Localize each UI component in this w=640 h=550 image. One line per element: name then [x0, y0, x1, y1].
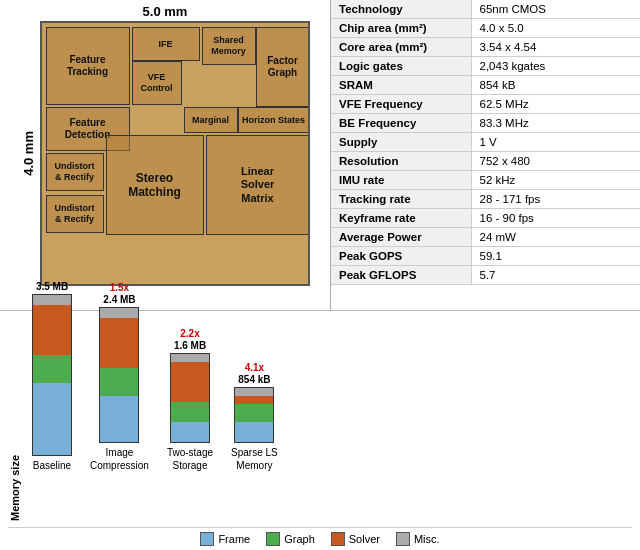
- memory-y-label: Memory size: [8, 317, 22, 521]
- legend-area: FrameGraphSolverMisc.: [8, 527, 632, 546]
- specs-row: Tracking rate28 - 171 fps: [331, 190, 640, 209]
- spec-value: 2,043 kgates: [471, 57, 640, 76]
- legend-color-box: [266, 532, 280, 546]
- spec-label: Core area (mm²): [331, 38, 471, 57]
- bar-segment: [100, 368, 138, 396]
- legend-label: Graph: [284, 533, 315, 545]
- spec-label: Technology: [331, 0, 471, 19]
- specs-table: Technology65nm CMOSChip area (mm²)4.0 x …: [331, 0, 640, 285]
- specs-row: BE Frequency83.3 MHz: [331, 114, 640, 133]
- chip-block-feature-tracking: FeatureTracking: [46, 27, 130, 105]
- bar-group-image-compression: 1.5x2.4 MBImage Compression: [90, 282, 149, 472]
- bar-top-label: 3.5 MB: [36, 281, 68, 292]
- bar-segment: [100, 308, 138, 318]
- chip-block-marginal: Marginal: [184, 107, 238, 133]
- bar-group-baseline: 3.5 MBBaseline: [32, 281, 72, 472]
- specs-row: Core area (mm²)3.54 x 4.54: [331, 38, 640, 57]
- spec-value: 59.1: [471, 247, 640, 266]
- legend-label: Misc.: [414, 533, 440, 545]
- bar-stack: [99, 307, 139, 443]
- bar-top-label: 2.4 MB: [103, 294, 135, 305]
- bar-segment: [33, 355, 71, 383]
- spec-value: 62.5 MHz: [471, 95, 640, 114]
- legend-color-box: [396, 532, 410, 546]
- spec-label: BE Frequency: [331, 114, 471, 133]
- spec-label: Keyframe rate: [331, 209, 471, 228]
- spec-label: IMU rate: [331, 171, 471, 190]
- chip-width-label: 5.0 mm: [143, 4, 188, 19]
- bottom-section: Memory size 3.5 MBBaseline1.5x2.4 MBImag…: [0, 310, 640, 550]
- bar-segment: [33, 295, 71, 305]
- chip-area: 5.0 mm 4.0 mm IFE FeatureTracking VFECon…: [0, 0, 330, 310]
- bar-bottom-label: Sparse LS Memory: [231, 446, 278, 472]
- spec-label: SRAM: [331, 76, 471, 95]
- bar-bottom-label: Image Compression: [90, 446, 149, 472]
- chip-height-label: 4.0 mm: [21, 131, 36, 176]
- chip-diagram: IFE FeatureTracking VFEControl SharedMem…: [40, 21, 310, 286]
- spec-value: 65nm CMOS: [471, 0, 640, 19]
- chip-block-linear-solver: LinearSolverMatrix: [206, 135, 310, 235]
- legend-label: Solver: [349, 533, 380, 545]
- legend-item: Frame: [200, 532, 250, 546]
- specs-row: IMU rate52 kHz: [331, 171, 640, 190]
- chip-wrapper: 4.0 mm IFE FeatureTracking VFEControl Sh…: [21, 21, 310, 286]
- spec-value: 854 kB: [471, 76, 640, 95]
- spec-label: VFE Frequency: [331, 95, 471, 114]
- bar-segment: [100, 396, 138, 442]
- spec-label: Logic gates: [331, 57, 471, 76]
- chip-block-undistort1: Undistort& Rectify: [46, 153, 104, 191]
- bar-stack: [32, 294, 72, 456]
- spec-label: Supply: [331, 133, 471, 152]
- legend-item: Misc.: [396, 532, 440, 546]
- bar-segment: [171, 362, 209, 402]
- legend-item: Graph: [266, 532, 315, 546]
- legend-color-box: [331, 532, 345, 546]
- bar-segment: [171, 402, 209, 422]
- spec-label: Chip area (mm²): [331, 19, 471, 38]
- bar-group-two-stage: 2.2x1.6 MBTwo-stage Storage: [167, 328, 213, 472]
- bar-stack: [234, 387, 274, 443]
- spec-value: 1 V: [471, 133, 640, 152]
- legend-label: Frame: [218, 533, 250, 545]
- bar-segment: [33, 305, 71, 355]
- chip-block-shared-memory: SharedMemory: [202, 27, 256, 65]
- spec-label: Resolution: [331, 152, 471, 171]
- bar-mult-label: 1.5x: [110, 282, 129, 293]
- specs-row: Technology65nm CMOS: [331, 0, 640, 19]
- bar-mult-label: 4.1x: [245, 362, 264, 373]
- spec-value: 752 x 480: [471, 152, 640, 171]
- spec-label: Peak GOPS: [331, 247, 471, 266]
- chip-block-factor-graph: FactorGraph: [256, 27, 310, 107]
- specs-row: VFE Frequency62.5 MHz: [331, 95, 640, 114]
- legend-color-box: [200, 532, 214, 546]
- bar-segment: [171, 422, 209, 442]
- spec-label: Tracking rate: [331, 190, 471, 209]
- spec-value: 28 - 171 fps: [471, 190, 640, 209]
- specs-row: Logic gates2,043 kgates: [331, 57, 640, 76]
- chip-block-ife: IFE: [132, 27, 200, 61]
- spec-label: Average Power: [331, 228, 471, 247]
- bar-stack: [170, 353, 210, 443]
- bar-segment: [100, 318, 138, 368]
- spec-value: 4.0 x 5.0: [471, 19, 640, 38]
- bar-segment: [235, 396, 273, 404]
- bar-segment: [33, 383, 71, 455]
- bar-bottom-label: Two-stage Storage: [167, 446, 213, 472]
- specs-row: Average Power24 mW: [331, 228, 640, 247]
- spec-value: 24 mW: [471, 228, 640, 247]
- chip-block-stereo-matching: StereoMatching: [106, 135, 204, 235]
- specs-row: Supply1 V: [331, 133, 640, 152]
- specs-row: Peak GFLOPS5.7: [331, 266, 640, 285]
- spec-label: Peak GFLOPS: [331, 266, 471, 285]
- specs-row: SRAM854 kB: [331, 76, 640, 95]
- specs-row: Resolution752 x 480: [331, 152, 640, 171]
- bar-top-label: 854 kB: [238, 374, 270, 385]
- chip-block-horizon-states: Horizon States: [238, 107, 310, 133]
- top-section: 5.0 mm 4.0 mm IFE FeatureTracking VFECon…: [0, 0, 640, 310]
- bar-group-sparse-ls: 4.1x854 kBSparse LS Memory: [231, 362, 278, 472]
- bar-segment: [235, 422, 273, 442]
- specs-area: Technology65nm CMOSChip area (mm²)4.0 x …: [330, 0, 640, 310]
- bar-mult-label: 2.2x: [180, 328, 199, 339]
- bar-segment: [171, 354, 209, 362]
- bar-segment: [235, 388, 273, 396]
